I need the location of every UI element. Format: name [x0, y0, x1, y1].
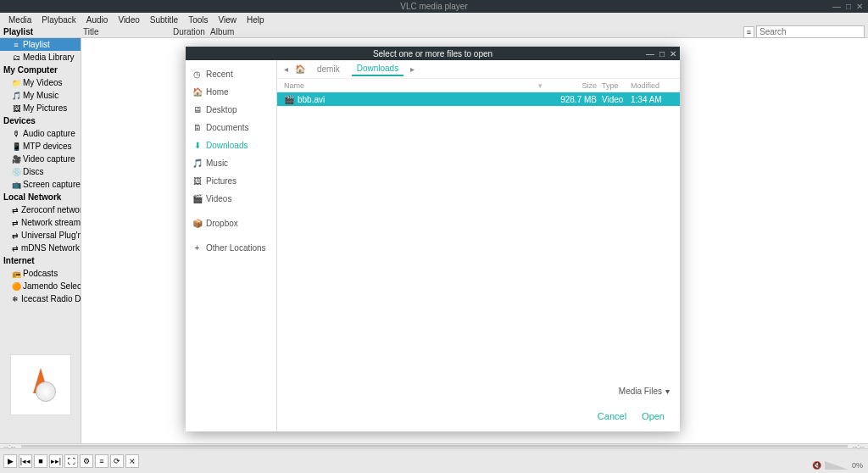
menu-help[interactable]: Help	[242, 15, 270, 25]
window-titlebar: VLC media player — □ ✕	[0, 0, 868, 13]
menu-subtitle[interactable]: Subtitle	[145, 15, 183, 25]
dialog-maximize-icon[interactable]: □	[659, 49, 665, 58]
file-header-size[interactable]: Size	[549, 81, 597, 90]
screen-icon: 📺	[12, 181, 20, 189]
search-input[interactable]	[756, 25, 865, 38]
plus-icon: +	[192, 243, 202, 253]
column-title[interactable]: Title	[81, 27, 173, 36]
network-icon: ⇄	[12, 244, 19, 253]
stop-button[interactable]: ■	[34, 454, 47, 468]
sidebar-item-jamendo[interactable]: 🟠Jamendo Selections	[0, 280, 81, 292]
next-button[interactable]: ▸▸|	[49, 454, 63, 468]
player-controls: ▶ |◂◂ ■ ▸▸| ⛶ ⚙ ≡ ⟳ ⤨ 🔇 0%	[0, 448, 868, 473]
play-button[interactable]: ▶	[3, 454, 17, 468]
breadcrumb-forward-button[interactable]: ▸	[410, 64, 415, 74]
place-desktop[interactable]: 🖥Desktop	[186, 101, 276, 119]
mute-icon[interactable]: 🔇	[812, 461, 821, 470]
sidebar-item-my-pictures[interactable]: 🖼My Pictures	[0, 102, 81, 114]
file-list-headers: Name ▾ Size Type Modified	[277, 79, 680, 92]
shuffle-button[interactable]: ⤨	[125, 454, 139, 468]
sidebar-item-playlist[interactable]: ≡Playlist	[0, 38, 81, 51]
window-title: VLC media player	[400, 2, 467, 11]
video-file-icon: 🎬	[284, 95, 294, 104]
sidebar-item-network-streams[interactable]: ⇄Network streams (S...	[0, 216, 81, 229]
mic-icon: 🎙	[12, 130, 20, 138]
window-maximize-icon[interactable]: □	[846, 2, 851, 11]
menu-view[interactable]: View	[214, 15, 242, 25]
fullscreen-button[interactable]: ⛶	[64, 454, 78, 468]
place-documents[interactable]: 🗎Documents	[186, 119, 276, 136]
download-icon: ⬇	[192, 141, 202, 150]
icecast-icon: ❄	[12, 295, 19, 303]
sidebar-item-discs[interactable]: 💿Discs	[0, 165, 81, 178]
file-list[interactable]: 🎬bbb.avi 928.7 MB Video 1:34 AM	[277, 92, 680, 381]
dialog-titlebar: Select one or more files to open — □ ✕	[186, 47, 680, 60]
menu-playback[interactable]: Playback	[36, 15, 81, 25]
sidebar-item-mtp-devices[interactable]: 📱MTP devices	[0, 140, 81, 153]
place-pictures[interactable]: 🖼Pictures	[186, 172, 276, 190]
search-mode-toggle[interactable]: ≡	[743, 26, 754, 38]
sidebar-item-my-music[interactable]: 🎵My Music	[0, 89, 81, 102]
ext-settings-button[interactable]: ⚙	[80, 454, 93, 468]
dialog-title: Select one or more files to open	[373, 49, 492, 58]
pictures-icon: 🖼	[192, 176, 202, 186]
file-header-name[interactable]: Name	[284, 81, 538, 90]
dialog-minimize-icon[interactable]: —	[646, 49, 654, 58]
playlist-button[interactable]: ≡	[95, 454, 108, 468]
documents-icon: 🗎	[192, 123, 202, 132]
volume-slider[interactable]	[825, 461, 849, 470]
clock-icon: ◷	[192, 70, 202, 79]
column-duration[interactable]: Duration	[173, 27, 210, 36]
home-icon[interactable]: 🏠	[295, 64, 305, 74]
sidebar-item-audio-capture[interactable]: 🎙Audio capture	[0, 127, 81, 140]
seek-track[interactable]	[21, 445, 848, 448]
sidebar-item-podcasts[interactable]: 📻Podcasts	[0, 267, 81, 280]
breadcrumb-downloads[interactable]: Downloads	[352, 62, 403, 76]
file-header-type[interactable]: Type	[597, 81, 631, 90]
podcast-icon: 📻	[12, 270, 20, 278]
place-dropbox[interactable]: 📦Dropbox	[186, 214, 276, 232]
window-close-icon[interactable]: ✕	[856, 2, 863, 11]
menu-video[interactable]: Video	[113, 15, 144, 25]
place-recent[interactable]: ◷Recent	[186, 65, 276, 83]
breadcrumb-back-button[interactable]: ◂	[284, 64, 288, 74]
dialog-close-icon[interactable]: ✕	[670, 49, 676, 58]
sidebar-section-internet: Internet	[0, 254, 81, 267]
place-videos[interactable]: 🎬Videos	[186, 190, 276, 208]
dialog-places-sidebar: ◷Recent 🏠Home 🖥Desktop 🗎Documents ⬇Downl…	[186, 60, 277, 431]
sidebar-item-media-library[interactable]: 🗂Media Library	[0, 51, 81, 64]
menu-audio[interactable]: Audio	[81, 15, 114, 25]
place-other-locations[interactable]: +Other Locations	[186, 239, 276, 257]
menu-tools[interactable]: Tools	[183, 15, 213, 25]
sidebar-item-video-capture[interactable]: 🎥Video capture	[0, 153, 81, 165]
loop-button[interactable]: ⟳	[110, 454, 124, 468]
folder-icon: 📁	[12, 79, 20, 87]
album-art-placeholder	[10, 354, 71, 415]
place-home[interactable]: 🏠Home	[186, 83, 276, 101]
breadcrumb-user[interactable]: demik	[312, 63, 345, 75]
sidebar-item-upnp[interactable]: ⇄Universal Plug'n'Play	[0, 229, 81, 242]
time-elapsed: --:--	[3, 442, 16, 451]
prev-button[interactable]: |◂◂	[19, 454, 32, 468]
file-row[interactable]: 🎬bbb.avi 928.7 MB Video 1:34 AM	[277, 92, 680, 106]
column-album[interactable]: Album	[210, 27, 234, 36]
file-open-dialog: Select one or more files to open — □ ✕ ◷…	[186, 47, 680, 431]
network-icon: ⇄	[12, 206, 19, 214]
place-music[interactable]: 🎵Music	[186, 154, 276, 172]
sidebar-item-my-videos[interactable]: 📁My Videos	[0, 76, 81, 89]
sidebar-item-screen-capture[interactable]: 📺Screen capture	[0, 178, 81, 191]
library-icon: 🗂	[12, 53, 20, 62]
file-header-modified[interactable]: Modified	[631, 81, 673, 90]
menu-media[interactable]: Media	[3, 15, 36, 25]
file-type-filter[interactable]: Media Files ▾	[619, 387, 670, 396]
window-minimize-icon[interactable]: —	[832, 2, 841, 11]
sidebar-item-mdns[interactable]: ⇄mDNS Network Dis...	[0, 242, 81, 254]
volume-control[interactable]: 🔇 0%	[812, 461, 863, 470]
open-button[interactable]: Open	[642, 411, 665, 421]
sidebar-item-icecast[interactable]: ❄Icecast Radio Direc...	[0, 292, 81, 305]
cancel-button[interactable]: Cancel	[598, 411, 626, 421]
sidebar-item-zeroconf[interactable]: ⇄Zeroconf network s...	[0, 203, 81, 216]
place-downloads[interactable]: ⬇Downloads	[186, 136, 276, 154]
network-icon: ⇄	[12, 219, 19, 227]
device-icon: 📱	[12, 142, 20, 151]
